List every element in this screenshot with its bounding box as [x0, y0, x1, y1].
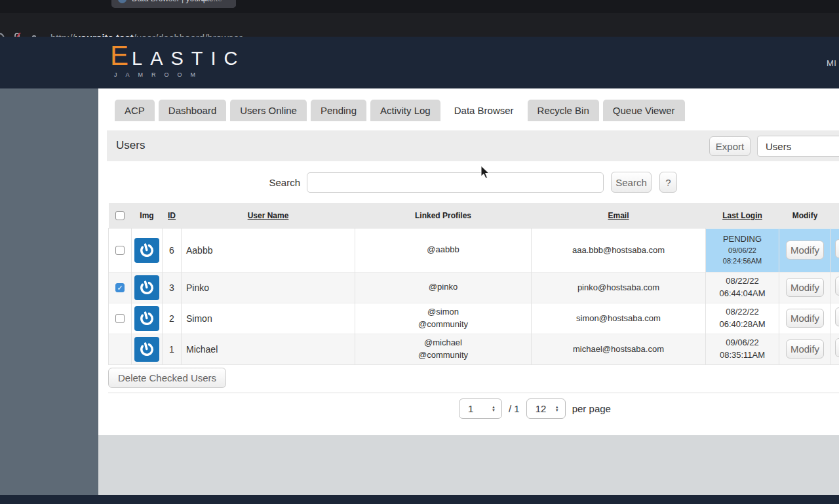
header-user-name[interactable]: User Name: [182, 203, 355, 228]
pagination-divider: [108, 393, 839, 393]
cell-last-login: 08/22/22 06:44:04AM: [706, 272, 779, 303]
row-checkbox[interactable]: [115, 246, 125, 255]
header-modify: Modify: [779, 203, 831, 228]
users-table: Img ID User Name Linked Profiles Email L…: [108, 203, 839, 365]
search-button[interactable]: Search: [611, 172, 652, 193]
tab-queue-viewer[interactable]: Queue Viewer: [603, 100, 685, 121]
cell-email: michael@hostsaba.com: [532, 334, 706, 364]
delete-row-button[interactable]: [835, 307, 839, 326]
browser-tabstrip: Data Browser | yoursite.te +: [0, 0, 839, 13]
delete-row-button[interactable]: [835, 338, 839, 357]
browser-chrome: Data Browser | yoursite.te + http://your…: [0, 0, 839, 37]
tab-dashboard[interactable]: Dashboard: [159, 100, 226, 121]
page-total-label: / 1: [509, 403, 520, 414]
table-row: 6 Aabbb @aabbb aaa.bbb@hostsaba.com PEND…: [109, 228, 839, 272]
header-img: Img: [132, 203, 163, 228]
header-linked-profiles: Linked Profiles: [355, 203, 532, 228]
delete-row-button[interactable]: [835, 277, 839, 296]
site-header: E LASTIC JAMROOM MI: [0, 37, 839, 88]
tab-activity-log[interactable]: Activity Log: [370, 100, 440, 121]
table-row: 1 Michael @michael @community michael@ho…: [109, 334, 839, 364]
tab-favicon-icon: [118, 0, 127, 3]
cell-last-login: 09/06/22 08:35:11AM: [706, 334, 779, 364]
logo-subtitle: JAMROOM: [114, 71, 246, 78]
logo-text: LASTIC: [132, 49, 246, 68]
per-page-select[interactable]: 12 ▲▼: [526, 398, 566, 419]
cell-user-name: Simon: [182, 303, 355, 334]
table-header-row: Img ID User Name Linked Profiles Email L…: [109, 203, 839, 228]
user-avatar-power-icon[interactable]: [134, 238, 159, 263]
modify-button[interactable]: Modify: [786, 241, 824, 260]
admin-panel: ACP Dashboard Users Online Pending Activ…: [98, 88, 839, 435]
cell-email: aaa.bbb@hostsaba.com: [532, 228, 706, 272]
cell-linked-profiles: @simon @community: [355, 303, 532, 334]
browser-tab[interactable]: Data Browser | yoursite.te: [111, 0, 236, 8]
browser-urlbar[interactable]: http://yoursite.test/user/dashboard/brow…: [0, 13, 839, 37]
tab-recycle-bin[interactable]: Recycle Bin: [528, 100, 599, 121]
elastic-jamroom-logo[interactable]: E LASTIC JAMROOM: [110, 42, 246, 78]
cell-last-login: PENDING 09/06/22 08:24:56AM: [706, 228, 779, 272]
delete-checked-users-button[interactable]: Delete Checked Users: [108, 368, 226, 388]
table-row: 2 Simon @simon @community simon@hostsaba…: [109, 303, 839, 334]
page-select[interactable]: 1 ▲▼: [459, 398, 502, 419]
spinner-arrows-icon: ▲▼: [492, 406, 496, 412]
pagination: 1 ▲▼ / 1 12 ▲▼ per page: [108, 398, 839, 419]
cell-id: 3: [163, 272, 182, 303]
users-toolbar: Users Export Users: [107, 130, 839, 161]
tab-pending[interactable]: Pending: [311, 100, 366, 121]
user-avatar-power-icon[interactable]: [134, 337, 159, 362]
table-row: 3 Pinko @pinko pinko@hostsaba.com 08/22/…: [109, 272, 839, 303]
admin-nav-tabs: ACP Dashboard Users Online Pending Activ…: [115, 100, 685, 121]
logo-initial: E: [110, 42, 128, 69]
page-title: Users: [116, 139, 145, 152]
cell-id: 2: [163, 303, 182, 334]
cell-linked-profiles: @aabbb: [355, 228, 532, 272]
search-input[interactable]: [307, 172, 604, 193]
export-button[interactable]: Export: [709, 136, 751, 156]
tab-data-browser[interactable]: Data Browser: [444, 100, 524, 121]
cell-id: 6: [163, 228, 182, 272]
modify-button[interactable]: Modify: [786, 339, 824, 359]
header-last-login[interactable]: Last Login: [706, 203, 779, 228]
tab-users-online[interactable]: Users Online: [230, 100, 307, 121]
cell-email: pinko@hostsaba.com: [532, 272, 706, 303]
header-extra: [831, 203, 839, 228]
new-tab-button[interactable]: +: [201, 0, 208, 8]
per-page-label: per page: [572, 403, 611, 414]
modify-button[interactable]: Modify: [786, 278, 824, 297]
cell-email: simon@hostsaba.com: [532, 303, 706, 334]
cell-linked-profiles: @michael @community: [355, 334, 532, 364]
spinner-arrows-icon: ▲▼: [555, 406, 559, 412]
export-target-select[interactable]: Users: [757, 136, 839, 157]
cell-user-name: Pinko: [182, 272, 355, 303]
header-email[interactable]: Email: [532, 203, 706, 228]
row-checkbox[interactable]: [115, 283, 125, 292]
tab-acp[interactable]: ACP: [115, 100, 155, 121]
cell-user-name: Aabbb: [182, 228, 355, 272]
user-avatar-power-icon[interactable]: [134, 306, 159, 331]
select-all-checkbox[interactable]: [115, 211, 125, 220]
footer-bar: [0, 495, 839, 504]
user-menu[interactable]: MI: [827, 58, 836, 68]
user-avatar-power-icon[interactable]: [134, 275, 159, 300]
help-button[interactable]: ?: [659, 172, 677, 193]
search-row: Search Search ?: [98, 162, 839, 203]
header-id[interactable]: ID: [163, 203, 182, 228]
cell-last-login: 08/22/22 06:40:28AM: [706, 303, 779, 334]
row-checkbox[interactable]: [115, 314, 125, 323]
delete-row-button[interactable]: [835, 239, 839, 258]
modify-button[interactable]: Modify: [786, 309, 824, 328]
cell-id: 1: [163, 334, 182, 364]
cell-linked-profiles: @pinko: [355, 272, 532, 303]
search-label: Search: [256, 177, 300, 188]
mouse-cursor: [480, 165, 491, 180]
cell-user-name: Michael: [182, 334, 355, 364]
